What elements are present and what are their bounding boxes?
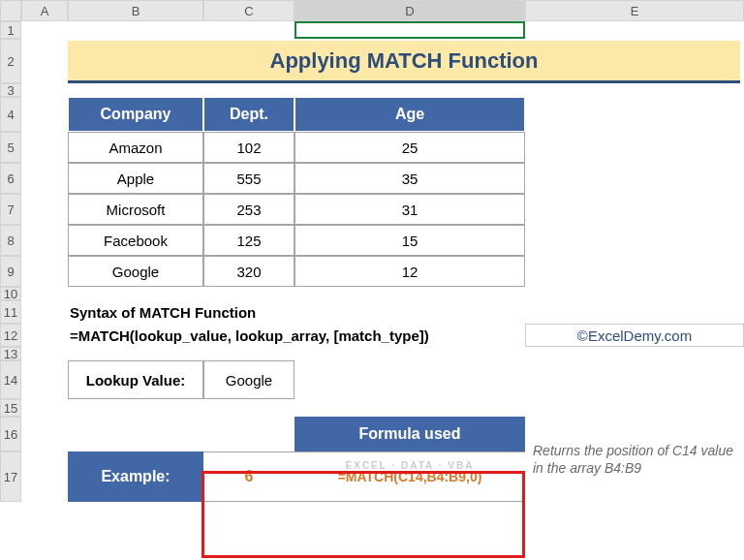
table-cell[interactable]: 15 [294, 225, 525, 256]
spreadsheet-grid: A B C D E 1 2 3 4 5 6 7 8 9 10 11 12 13 … [0, 0, 744, 502]
row-header-9[interactable]: 9 [0, 256, 21, 287]
row-header-1[interactable]: 1 [0, 21, 21, 39]
row-header-15[interactable]: 15 [0, 399, 21, 417]
example-formula-text: =MATCH(C14,B4:B9,0) [338, 469, 482, 484]
row-header-13[interactable]: 13 [0, 347, 21, 360]
row-header-4[interactable]: 4 [0, 97, 21, 132]
formula-used-header: Formula used [294, 417, 525, 451]
table-cell[interactable]: 320 [203, 256, 294, 287]
col-header-b[interactable]: B [68, 0, 203, 21]
table-cell[interactable]: 125 [203, 225, 294, 256]
row-header-2[interactable]: 2 [0, 39, 21, 83]
row-header-3[interactable]: 3 [0, 83, 21, 97]
lookup-value-cell[interactable]: Google [203, 360, 294, 399]
table-cell[interactable]: 31 [294, 194, 525, 225]
row-header-16[interactable]: 16 [0, 417, 21, 451]
lookup-value-label: Lookup Value: [68, 360, 203, 399]
table-cell[interactable]: 25 [294, 132, 525, 163]
col-header-d[interactable]: D [294, 0, 525, 21]
col-header-e[interactable]: E [525, 0, 744, 21]
table-header-age: Age [294, 97, 525, 132]
table-cell[interactable]: 35 [294, 163, 525, 194]
example-label: Example: [68, 451, 203, 502]
table-cell[interactable]: Microsoft [68, 194, 203, 225]
row-header-14[interactable]: 14 [0, 360, 21, 399]
table-cell[interactable]: 555 [203, 163, 294, 194]
row-header-10[interactable]: 10 [0, 287, 21, 300]
row-header-17[interactable]: 17 [0, 451, 21, 502]
table-cell[interactable]: 253 [203, 194, 294, 225]
syntax-formula: =MATCH(lookup_value, lookup_array, [matc… [68, 324, 525, 347]
table-cell[interactable]: Facebook [68, 225, 203, 256]
select-all-corner[interactable] [0, 0, 21, 21]
example-description: Returns the position of C14 value in the… [525, 417, 744, 502]
example-result-cell[interactable]: 6 [203, 451, 294, 502]
table-cell[interactable]: Amazon [68, 132, 203, 163]
table-header-dept: Dept. [203, 97, 294, 132]
row-header-12[interactable]: 12 [0, 324, 21, 347]
page-title: Applying MATCH Function [68, 41, 740, 83]
row-header-8[interactable]: 8 [0, 225, 21, 256]
credit-text: ©ExcelDemy.com [525, 324, 744, 347]
row-header-7[interactable]: 7 [0, 194, 21, 225]
table-cell[interactable]: Apple [68, 163, 203, 194]
table-cell[interactable]: Google [68, 256, 203, 287]
table-cell[interactable]: 102 [203, 132, 294, 163]
table-cell[interactable]: 12 [294, 256, 525, 287]
watermark-text: EXCEL · DATA · VBA [346, 460, 475, 471]
col-header-c[interactable]: C [203, 0, 294, 21]
col-header-a[interactable]: A [21, 0, 68, 21]
row-header-11[interactable]: 11 [0, 300, 21, 324]
example-formula-cell[interactable]: EXCEL · DATA · VBA =MATCH(C14,B4:B9,0) [294, 451, 525, 502]
table-header-company: Company [68, 97, 203, 132]
row-header-5[interactable]: 5 [0, 132, 21, 163]
row-header-6[interactable]: 6 [0, 163, 21, 194]
syntax-label: Syntax of MATCH Function [68, 300, 744, 324]
